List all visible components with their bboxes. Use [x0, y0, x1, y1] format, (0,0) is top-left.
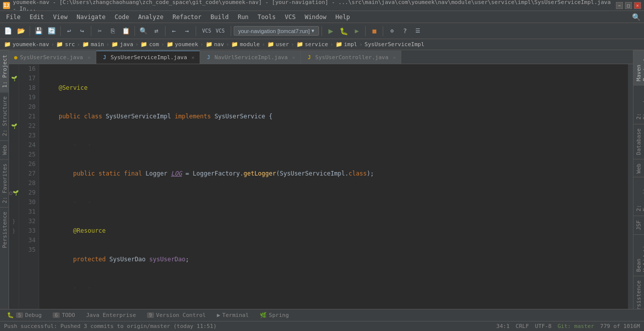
web-right-tab[interactable]: Web — [633, 159, 644, 178]
java-enterprise-tab[interactable]: Java Enterprise — [81, 311, 141, 319]
maximize-button[interactable]: □ — [625, 2, 632, 9]
sync-button[interactable]: 🔄 — [46, 25, 58, 37]
ln-24: 24 — [19, 140, 36, 150]
bc-main[interactable]: 📁 main — [82, 41, 104, 48]
bc-service[interactable]: 📁 service — [296, 41, 328, 48]
persistence-right-tab[interactable]: Persistence — [633, 276, 644, 309]
back-button[interactable]: ← — [168, 25, 180, 37]
favorites-panel-tab[interactable]: 2: Favorites — [0, 159, 9, 207]
replace-button[interactable]: ⇄ — [150, 25, 163, 37]
extra-button[interactable]: ☰ — [412, 25, 424, 37]
bc-nav[interactable]: 📁 nav — [206, 41, 224, 48]
bean-validation-tab[interactable]: Bean Validation — [633, 234, 644, 276]
debug-button[interactable]: 🐛 — [338, 25, 350, 37]
vc-tab-label: Version Control — [156, 312, 206, 318]
paste-button[interactable]: 📋 — [120, 25, 132, 37]
settings-button[interactable]: ⚙ — [386, 25, 398, 37]
save-all-button[interactable]: 💾 — [33, 25, 45, 37]
menu-file[interactable]: File — [2, 13, 25, 22]
tab-sysuser-service-impl[interactable]: J SysUserServiceImpl.java ✕ — [96, 51, 200, 64]
bc-java-label: java — [120, 41, 133, 48]
ln-30: 30 — [19, 198, 36, 207]
favorites-right-tab[interactable]: 2: Favorites — [633, 177, 644, 216]
vcs-button2[interactable]: VCS — [214, 25, 226, 37]
gutter-25 — [9, 150, 19, 159]
debug-bottom-tab[interactable]: 🐛 5 Debug — [2, 311, 47, 319]
bc-impl[interactable]: 📁 impl — [336, 41, 358, 48]
menu-window[interactable]: Window — [300, 13, 330, 22]
bc-service-icon: 📁 — [296, 41, 303, 48]
bc-user[interactable]: 📁 user — [267, 41, 289, 48]
search-everywhere-button[interactable]: 🔍 — [630, 11, 642, 23]
menu-navigate[interactable]: Navigate — [73, 13, 110, 22]
undo-button[interactable]: ↩ — [63, 25, 75, 37]
menu-code[interactable]: Code — [111, 13, 133, 22]
menu-tools[interactable]: Tools — [254, 13, 280, 22]
terminal-tab[interactable]: ▶ Terminal — [212, 311, 254, 319]
bc-module[interactable]: 📁 module — [231, 41, 260, 48]
run-button[interactable]: ▶ — [325, 25, 337, 37]
field-dao: sysUserDao — [149, 256, 186, 263]
maven-projects-tab[interactable]: Maven Projects — [633, 50, 644, 85]
version-control-tab[interactable]: 9 Version Control — [142, 311, 211, 319]
new-file-button[interactable]: 📄 — [2, 25, 14, 37]
bc-sep-7: › — [226, 41, 230, 48]
help-button[interactable]: ? — [399, 25, 411, 37]
menu-edit[interactable]: Edit — [26, 13, 48, 22]
tab-close-4[interactable]: ✕ — [393, 55, 396, 60]
menu-refactor[interactable]: Refactor — [169, 13, 206, 22]
menu-view[interactable]: View — [49, 13, 72, 22]
code-editor[interactable]: 🌱 🌱 ○ 🌱 — [9, 64, 633, 309]
fold-icon-32[interactable]: } — [12, 217, 15, 226]
fold-icon-33[interactable]: } — [12, 226, 15, 236]
minimize-button[interactable]: − — [616, 2, 623, 9]
tab-sysuser-controller[interactable]: J SysUserController.java ✕ — [301, 51, 402, 64]
run-config-dropdown[interactable]: your-navigation [tomcat7:run] ▾ — [234, 26, 319, 36]
tab-close-1[interactable]: ✕ — [87, 55, 90, 60]
jsf-tab[interactable]: JSF — [633, 216, 644, 234]
open-button[interactable]: 📂 — [15, 25, 27, 37]
tab-close-2[interactable]: ✕ — [192, 55, 195, 60]
close-button[interactable]: ✕ — [634, 2, 641, 9]
find-button[interactable]: 🔍 — [137, 25, 149, 37]
spring-tab[interactable]: 🌿 Spring — [255, 311, 294, 319]
structure-panel-tab[interactable]: 2: Structure — [0, 92, 9, 140]
structure-right-tab[interactable]: 2: Structure — [633, 85, 644, 124]
forward-button[interactable]: → — [181, 25, 193, 37]
bc-com[interactable]: 📁 com — [140, 41, 159, 48]
editor-area: ● SysUserService.java ✕ J SysUserService… — [9, 50, 633, 309]
web-panel-tab[interactable]: Web — [0, 140, 9, 159]
gutter-28 — [9, 179, 19, 188]
cut-button[interactable]: ✂ — [94, 25, 106, 37]
menu-analyze[interactable]: Analyze — [134, 13, 168, 22]
tab-sysuser-service[interactable]: ● SysUserService.java ✕ — [9, 51, 96, 64]
bc-module-icon: 📁 — [231, 41, 238, 48]
code-line-22: protected SysUserDao sysUserDao; — [44, 255, 623, 264]
classname-17: SysUserServiceImpl — [106, 113, 171, 120]
bc-src[interactable]: 📁 src — [56, 41, 75, 48]
stop-button[interactable]: ■ — [368, 25, 380, 37]
kw-public-19: public — [73, 170, 95, 177]
todo-bottom-tab[interactable]: 6 TODO — [48, 311, 80, 319]
menu-help[interactable]: Help — [332, 13, 354, 22]
redo-button[interactable]: ↪ — [76, 25, 88, 37]
vcs-button1[interactable]: VCS — [201, 25, 213, 37]
bc-class[interactable]: SysUserServiceImpl — [365, 41, 424, 48]
menu-vcs[interactable]: VCS — [281, 13, 300, 22]
tab-navurl-service-impl[interactable]: J NavUrlServiceImpl.java ✕ — [200, 51, 301, 64]
project-panel-tab[interactable]: 1: Project — [0, 50, 9, 92]
gutter-17: 🌱 — [9, 74, 19, 83]
coverage-button[interactable]: ▶ — [351, 25, 363, 37]
persistence-panel-tab[interactable]: Persistence — [0, 207, 9, 252]
gutter-23 — [9, 131, 19, 140]
tab-close-3[interactable]: ✕ — [292, 55, 295, 60]
bc-java[interactable]: 📁 java — [111, 41, 133, 48]
bc-root[interactable]: 📁 youmeek-nav — [4, 41, 49, 48]
bc-youmeek[interactable]: 📁 youmeek — [167, 41, 198, 48]
database-tab[interactable]: Database — [633, 124, 644, 159]
menu-run[interactable]: Run — [234, 13, 253, 22]
code-gutter: 🌱 🌱 ○ 🌱 — [9, 64, 19, 309]
bean-icon-22: 🌱 — [11, 121, 17, 131]
menu-build[interactable]: Build — [207, 13, 233, 22]
copy-button[interactable]: ⎘ — [107, 25, 119, 37]
